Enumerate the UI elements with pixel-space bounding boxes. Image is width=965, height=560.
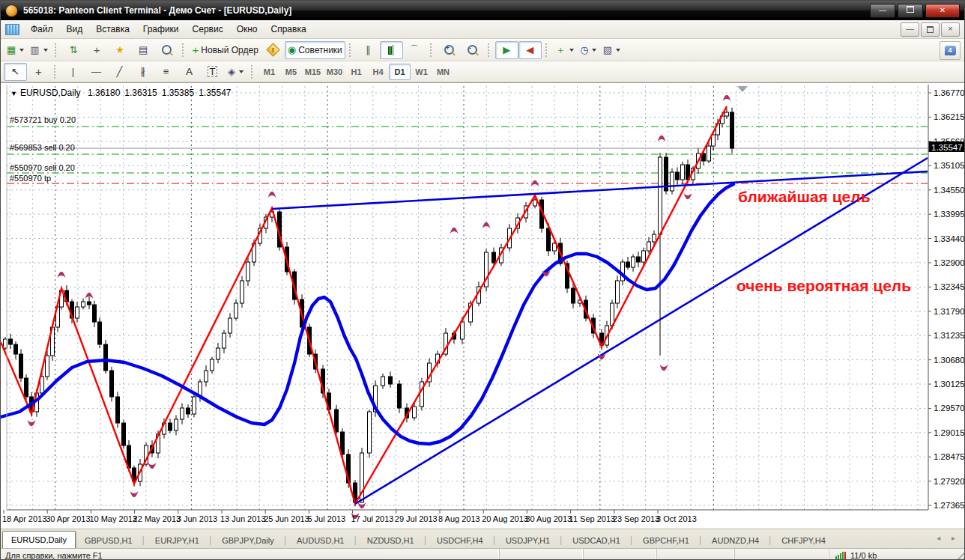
price-axis-label: 1.33440 xyxy=(934,234,965,243)
fibonacci-icon[interactable]: ≡ xyxy=(154,63,178,81)
close-button[interactable]: ✕ xyxy=(925,4,960,18)
trend-line-icon[interactable]: ╱ xyxy=(108,63,131,81)
window-title: 565018: Panteon Client Terminal - Демо С… xyxy=(23,5,291,16)
line-chart-mode-icon[interactable]: ⌒ xyxy=(403,41,426,59)
timeframe-D1[interactable]: D1 xyxy=(389,64,411,80)
ohlc-high: 1.36315 xyxy=(124,88,157,98)
auto-scroll-icon[interactable]: ▶ xyxy=(495,41,518,59)
mdi-restore-button[interactable] xyxy=(921,22,940,37)
tab-AUDUSD,H1[interactable]: AUDUSD,H1 xyxy=(288,532,354,548)
tab-GBPJPY,Daily[interactable]: GBPJPY,Daily xyxy=(213,532,283,548)
menu-item-Графики[interactable]: Графики xyxy=(136,22,186,37)
timeframe-M30[interactable]: M30 xyxy=(324,64,345,80)
date-axis-label: 30 Apr 2013 xyxy=(46,514,90,523)
price-axis[interactable]: 1.367701.362151.356601.351051.345501.339… xyxy=(928,88,965,510)
zoom-out-icon[interactable]: - xyxy=(461,41,484,59)
templates-icon[interactable]: ▧ xyxy=(600,41,623,59)
tab-GBPCHF,H1[interactable]: GBPCHF,H1 xyxy=(634,532,698,548)
tab-USDCHF,H4[interactable]: USDCHF,H4 xyxy=(428,532,492,548)
crosshair-icon[interactable]: + xyxy=(27,63,50,81)
connection-panel: 11/0 kb xyxy=(829,549,954,560)
menu-item-Вставка[interactable]: Вставка xyxy=(89,22,136,37)
tab-USDJPY,H1[interactable]: USDJPY,H1 xyxy=(497,532,559,548)
tab-GBPUSD,H1[interactable]: GBPUSD,H1 xyxy=(76,532,142,548)
bar-chart-mode-icon[interactable]: ∥ xyxy=(357,41,380,59)
order-lines xyxy=(7,127,928,183)
shapes-icon[interactable]: ◈ xyxy=(224,63,247,81)
indicators-icon[interactable]: ＋ xyxy=(553,41,577,59)
timeframe-M15[interactable]: M15 xyxy=(302,64,324,80)
mdi-close-button[interactable]: × xyxy=(941,22,960,37)
date-axis[interactable]: 18 Apr 201330 Apr 201310 May 201322 May … xyxy=(2,510,697,523)
mdi-minimize-button[interactable]: — xyxy=(901,22,919,37)
menu-item-Справка[interactable]: Справка xyxy=(264,22,313,37)
timeframe-H4[interactable]: H4 xyxy=(367,64,389,80)
advisors-button[interactable]: ◉Советники xyxy=(285,41,345,59)
date-axis-label: 11 Sep 2013 xyxy=(569,514,616,523)
ohlc-low: 1.35385 xyxy=(162,88,194,98)
price-axis-label: 1.35105 xyxy=(934,161,965,170)
cursor-icon[interactable]: ↖ xyxy=(4,63,27,81)
tab-AUDNZD,H4[interactable]: AUDNZD,H4 xyxy=(703,532,768,548)
periods-icon[interactable]: ◷ xyxy=(577,41,600,59)
navigator-search-icon[interactable] xyxy=(155,41,178,59)
menu-item-Вид[interactable]: Вид xyxy=(60,22,90,37)
zoom-in-icon[interactable]: + xyxy=(438,41,461,59)
date-axis-label: 10 May 2013 xyxy=(89,514,137,523)
price-axis-label: 1.32900 xyxy=(934,258,965,267)
tab-CHFJPY,H4[interactable]: CHFJPY,H4 xyxy=(772,532,834,548)
chart-tab-bar: EURUSD,DailyGBPUSD,H1│EURJPY,H1│GBPJPY,D… xyxy=(1,529,964,548)
menu-item-Файл[interactable]: Файл xyxy=(24,22,60,37)
tab-EURJPY,H1[interactable]: EURJPY,H1 xyxy=(146,532,208,548)
chart-shift-icon[interactable]: ◀ xyxy=(518,41,542,59)
candle-chart-mode-icon[interactable] xyxy=(380,41,403,59)
traffic-counter: 11/0 kb xyxy=(850,551,877,560)
ohlc-close: 1.35547 xyxy=(199,88,231,98)
timeframe-M5[interactable]: M5 xyxy=(280,64,302,80)
profiles-icon[interactable]: ▥ xyxy=(27,41,50,59)
notification-badge: 4 xyxy=(945,46,956,55)
favorites-icon[interactable]: ★ xyxy=(109,41,132,59)
price-axis-label: 1.29570 xyxy=(934,404,965,413)
status-bar: Для справки, нажмите F1 11/0 kb xyxy=(1,548,964,560)
candles xyxy=(4,108,734,507)
price-axis-label: 1.34550 xyxy=(934,186,965,195)
order-label: #569853 sell 0.20 xyxy=(10,143,75,152)
chart-plot[interactable]: 1.367701.362151.356601.351051.345501.339… xyxy=(1,83,965,529)
text-icon[interactable]: A xyxy=(178,63,201,81)
minimize-button[interactable]: — xyxy=(870,4,895,18)
new-chart-icon[interactable]: ▦ xyxy=(4,41,27,59)
ohlc-open: 1.36180 xyxy=(88,88,120,98)
date-axis-label: 5 Jul 2013 xyxy=(307,514,345,523)
tab-scroll-arrows[interactable]: ◂ ▸ xyxy=(937,534,960,542)
maximize-button[interactable] xyxy=(898,4,923,18)
timeframe-W1[interactable]: W1 xyxy=(411,64,432,80)
price-axis-label: 1.27920 xyxy=(934,477,965,486)
channel-icon[interactable]: ∦ xyxy=(131,63,154,81)
menu-item-Сервис[interactable]: Сервис xyxy=(186,22,230,37)
tab-USDCAD,H1[interactable]: USDCAD,H1 xyxy=(563,532,629,548)
timeframe-M1[interactable]: M1 xyxy=(258,64,280,80)
alert-icon[interactable]: ! xyxy=(261,41,285,59)
new-order-button[interactable]: +Новый Ордер xyxy=(190,41,261,59)
date-axis-label: 23 Sep 2013 xyxy=(613,514,659,523)
date-axis-label: 3 Oct 2013 xyxy=(656,514,697,523)
order-label: #550970 sell 0.20 xyxy=(10,163,75,172)
tick-chart-icon[interactable]: ⇅ xyxy=(62,41,85,59)
tab-EURUSD,Daily[interactable]: EURUSD,Daily xyxy=(2,531,76,548)
toolbar-separator xyxy=(430,43,434,57)
shift-marker-icon[interactable] xyxy=(737,86,748,92)
menu-item-Окно[interactable]: Окно xyxy=(230,22,264,37)
timeframe-MN[interactable]: MN xyxy=(432,64,454,80)
notifications-button[interactable]: 4 xyxy=(940,41,961,60)
resize-grip[interactable] xyxy=(954,549,964,560)
timeframe-H1[interactable]: H1 xyxy=(345,64,367,80)
toolbar-separator xyxy=(349,43,353,57)
tab-NZDUSD,H1[interactable]: NZDUSD,H1 xyxy=(358,532,423,548)
title-bar: 565018: Panteon Client Terminal - Демо С… xyxy=(1,1,964,20)
market-watch-icon[interactable]: ▤ xyxy=(132,41,155,59)
vertical-line-icon[interactable]: | xyxy=(61,63,85,81)
text-label-icon[interactable]: T xyxy=(201,63,224,81)
horizontal-line-icon[interactable]: — xyxy=(85,63,108,81)
crosshair-target-icon[interactable]: + xyxy=(85,41,109,59)
